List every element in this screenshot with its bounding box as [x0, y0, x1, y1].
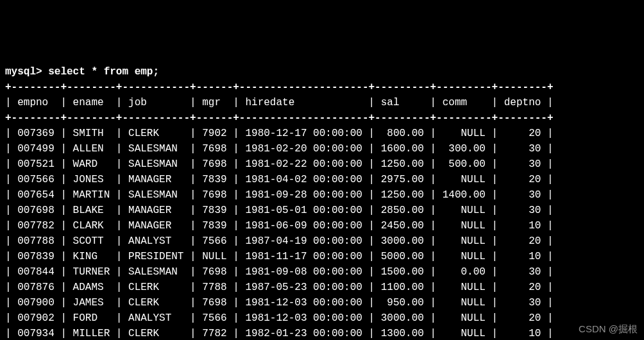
- table-row: | 007698 | BLAKE | MANAGER | 7839 | 1981…: [5, 205, 554, 216]
- table-row: | 007876 | ADAMS | CLERK | 7788 | 1987-0…: [5, 282, 554, 293]
- watermark: CSDN @掘根: [579, 322, 638, 337]
- table-body: | 007369 | SMITH | CLERK | 7902 | 1980-1…: [5, 126, 639, 340]
- table-row: | 007654 | MARTIN | SALESMAN | 7698 | 19…: [5, 189, 554, 201]
- table-row: | 007934 | MILLER | CLERK | 7782 | 1982-…: [5, 328, 554, 339]
- table-row: | 007782 | CLARK | MANAGER | 7839 | 1981…: [5, 220, 554, 232]
- mysql-prompt[interactable]: mysql> select * from emp;: [5, 66, 159, 78]
- table-border-header: +--------+--------+-----------+------+--…: [5, 112, 554, 124]
- table-row: | 007844 | TURNER | SALESMAN | 7698 | 19…: [5, 266, 554, 278]
- table-row: | 007902 | FORD | ANALYST | 7566 | 1981-…: [5, 312, 554, 324]
- table-border-top: +--------+--------+-----------+------+--…: [5, 81, 554, 93]
- table-row: | 007369 | SMITH | CLERK | 7902 | 1980-1…: [5, 128, 554, 139]
- table-row: | 007566 | JONES | MANAGER | 7839 | 1981…: [5, 174, 554, 185]
- table-row: | 007900 | JAMES | CLERK | 7698 | 1981-1…: [5, 297, 554, 309]
- table-row: | 007499 | ALLEN | SALESMAN | 7698 | 198…: [5, 143, 554, 155]
- table-row: | 007839 | KING | PRESIDENT | NULL | 198…: [5, 251, 554, 262]
- table-header-row: | empno | ename | job | mgr | hiredate |…: [5, 97, 554, 108]
- table-row: | 007788 | SCOTT | ANALYST | 7566 | 1987…: [5, 235, 554, 247]
- table-row: | 007521 | WARD | SALESMAN | 7698 | 1981…: [5, 158, 554, 170]
